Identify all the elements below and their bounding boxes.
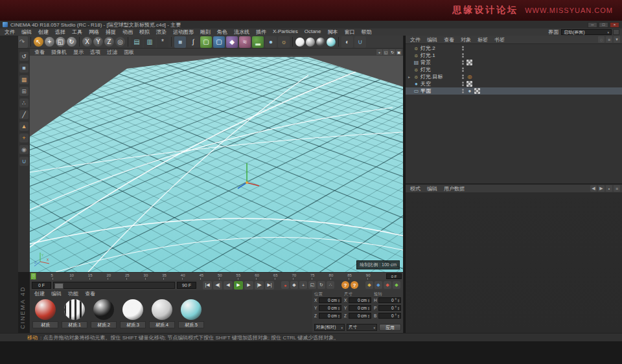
coordinate-field[interactable]: 0 cm▲▼ — [319, 305, 341, 311]
menubar-item[interactable]: 运动图形 — [170, 28, 197, 36]
object-manager-menu-item[interactable]: 标签 — [474, 36, 491, 43]
deformer-icon[interactable]: ≈ — [239, 36, 251, 48]
history-back-icon[interactable]: ◀ — [590, 185, 597, 192]
render-visibility-dot[interactable] — [462, 56, 464, 58]
add-cube-icon[interactable]: ■ — [174, 36, 186, 48]
scale-tool-icon[interactable]: ◱ — [56, 37, 65, 47]
filter-icon[interactable]: ≡ — [606, 36, 612, 43]
menubar-item[interactable]: 脚本 — [324, 28, 341, 36]
display-quick-shading-icon[interactable] — [306, 38, 315, 47]
keyframe-color-icon-4[interactable]: ◆ — [393, 281, 400, 289]
object-manager-menu-item[interactable]: 编辑 — [424, 36, 441, 43]
material-item[interactable]: 材质.4 — [149, 299, 175, 328]
stereo-icon[interactable]: ◐ — [341, 36, 353, 48]
menubar-item[interactable]: 创建 — [35, 28, 52, 36]
coordinate-field[interactable]: 0 cm▲▼ — [319, 297, 341, 303]
menubar-item[interactable]: 流水线 — [231, 28, 253, 36]
timeline-ruler[interactable]: 0 F 051015202530354045505560657075808590 — [30, 272, 403, 280]
size-mode-dropdown[interactable]: 尺寸▾ — [347, 324, 377, 331]
spinner-icon[interactable]: ▲▼ — [338, 314, 340, 318]
keyframe-color-icon-1[interactable]: ◆ — [365, 281, 373, 289]
goto-end-button[interactable]: ▶| — [265, 281, 274, 290]
spinner-icon[interactable]: ▲▼ — [367, 306, 370, 310]
menubar-item[interactable]: 模拟 — [136, 28, 153, 36]
editor-visibility-dot[interactable] — [462, 74, 464, 76]
visibility-dots[interactable] — [462, 82, 464, 86]
viewport-menu-item[interactable]: 查看 — [31, 49, 48, 56]
material-item[interactable]: 材质.2 — [91, 299, 117, 328]
camera-icon[interactable]: ● — [265, 36, 277, 48]
pen-spline-icon[interactable]: ∫ — [187, 36, 199, 48]
record-position-toggle[interactable]: + — [299, 281, 307, 289]
object-row[interactable]: ▤背景 — [406, 59, 622, 66]
phong-tag-icon[interactable]: ● — [466, 88, 473, 95]
enable-axis-icon[interactable]: + — [19, 133, 29, 142]
texture-tag-icon[interactable] — [466, 81, 472, 87]
render-view-icon[interactable]: ▤ — [131, 36, 143, 48]
attribute-manager-menu-item[interactable]: 模式 — [407, 185, 424, 192]
render-visibility-dot[interactable] — [462, 70, 464, 72]
object-row[interactable]: ☼灯光.1 — [406, 52, 622, 59]
search-icon[interactable]: ◌ — [598, 36, 605, 43]
editor-visibility-dot[interactable] — [462, 60, 464, 62]
coordinate-field[interactable]: 0 cm▲▼ — [349, 297, 371, 303]
next-key-button[interactable]: |▶ — [255, 281, 264, 290]
goto-start-button[interactable]: |◀ — [203, 281, 212, 290]
spinner-icon[interactable]: ▲▼ — [338, 306, 340, 310]
apply-button[interactable]: 应用 — [379, 324, 401, 331]
spinner-icon[interactable]: ▲▼ — [397, 314, 400, 318]
light-tool-icon[interactable]: ☼ — [278, 36, 290, 48]
render-visibility-dot[interactable] — [462, 63, 464, 65]
workplane-mode-icon[interactable]: ⊞ — [19, 87, 29, 96]
coordinate-field[interactable]: 0 °▲▼ — [378, 297, 401, 303]
material-sphere[interactable] — [93, 299, 114, 320]
visibility-dots[interactable] — [462, 60, 464, 65]
material-item[interactable]: 材质.1 — [62, 299, 87, 328]
modeling-icon[interactable]: ◆ — [226, 36, 238, 48]
object-manager-menu-item[interactable]: 对象 — [457, 36, 474, 43]
target-tag-icon[interactable]: ◎ — [466, 74, 473, 80]
render-settings-icon[interactable]: * — [157, 36, 168, 48]
object-row[interactable]: ☼灯光 — [406, 66, 622, 73]
material-item[interactable]: 材质.5 — [178, 299, 204, 328]
generator-icon[interactable]: ▢ — [213, 36, 225, 48]
editor-visibility-dot[interactable] — [462, 67, 464, 69]
editor-visibility-dot[interactable] — [462, 82, 464, 84]
material-sphere[interactable] — [181, 299, 202, 320]
menubar-item[interactable]: X-Particles — [270, 28, 301, 36]
visibility-dots[interactable] — [462, 53, 464, 58]
menubar-item[interactable]: 选择 — [52, 28, 69, 36]
coordinate-field[interactable]: 0 °▲▼ — [378, 305, 401, 311]
menubar-item[interactable]: 工具 — [69, 28, 86, 36]
pan-view-icon[interactable]: + — [376, 49, 382, 55]
play-button[interactable]: ▶ — [234, 281, 243, 290]
prev-frame-button[interactable]: ◀ — [224, 281, 233, 290]
materials-menu-item[interactable]: 编辑 — [48, 290, 65, 297]
viewport-menu-item[interactable]: 过滤 — [104, 49, 121, 56]
menubar-item[interactable]: 渲染 — [153, 28, 170, 36]
zoom-view-icon[interactable]: ◱ — [383, 49, 389, 55]
menubar-item[interactable]: 编辑 — [18, 28, 35, 36]
next-frame-button[interactable]: ▶ — [244, 281, 253, 290]
rotate-tool-icon[interactable]: ↻ — [67, 37, 76, 47]
snap-toggle-icon[interactable]: ∪ — [19, 157, 29, 166]
menubar-item[interactable]: 网格 — [86, 28, 102, 36]
model-mode-icon[interactable]: ■ — [19, 63, 29, 73]
coordinate-field[interactable]: 0 cm▲▼ — [319, 313, 341, 319]
object-manager-menu-item[interactable]: 查看 — [441, 36, 457, 43]
record-rotation-toggle[interactable]: ↻ — [317, 281, 325, 289]
texture-mode-icon[interactable]: ▦ — [19, 75, 29, 84]
rotate-view-icon[interactable]: ↻ — [389, 49, 395, 55]
minimize-button[interactable]: ─ — [588, 22, 597, 28]
record-keyframe-button[interactable]: ● — [281, 281, 289, 289]
lock-icon[interactable]: ▪ — [606, 185, 612, 192]
visibility-dots[interactable] — [462, 74, 464, 79]
visibility-dots[interactable] — [462, 67, 464, 72]
menubar-item[interactable]: 文件 — [1, 28, 18, 36]
keyframe-color-icon-2[interactable]: ◆ — [374, 281, 382, 289]
coordinate-field[interactable]: 0 °▲▼ — [378, 313, 401, 319]
view-options-icon[interactable]: ▾ — [614, 36, 620, 43]
menubar-item[interactable]: 角色 — [214, 28, 231, 36]
material-sphere[interactable] — [122, 299, 143, 320]
render-visibility-dot[interactable] — [462, 77, 464, 79]
